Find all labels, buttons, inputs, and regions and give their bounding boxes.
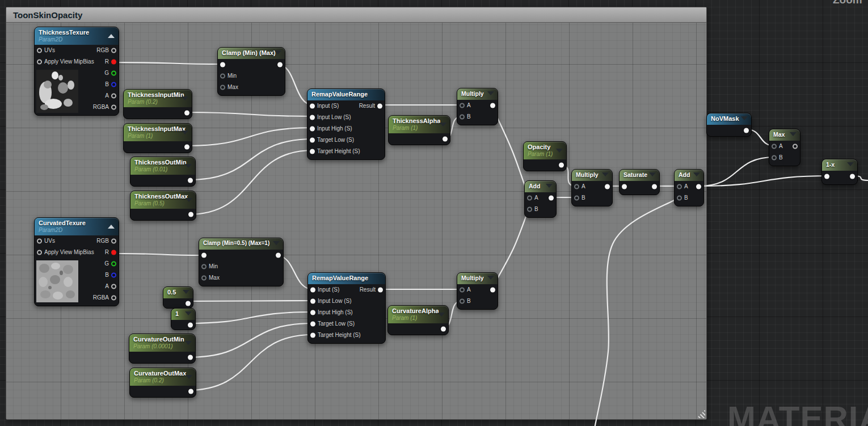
input-pin[interactable]: [310, 104, 315, 109]
output-pin[interactable]: [188, 355, 193, 360]
node-thickness-alpha[interactable]: ThicknessAlphaParam (1): [388, 115, 450, 145]
input-pin[interactable]: [677, 196, 682, 201]
output-pin[interactable]: [111, 296, 116, 301]
node-multiply-curvature[interactable]: MultiplyAB: [457, 272, 498, 310]
node-remap-value-range-thickness[interactable]: RemapValueRangeInput (S)ResultInput Low …: [307, 88, 385, 160]
output-pin[interactable]: [605, 184, 610, 189]
chevron-down-icon[interactable]: [693, 172, 700, 176]
chevron-down-icon[interactable]: [186, 198, 192, 202]
input-pin[interactable]: [527, 207, 532, 212]
input-pin[interactable]: [310, 149, 315, 154]
chevron-down-icon[interactable]: [182, 96, 188, 100]
input-pin[interactable]: [310, 310, 315, 315]
input-pin[interactable]: [310, 333, 315, 338]
chevron-down-icon[interactable]: [487, 276, 494, 280]
output-pin[interactable]: [793, 144, 798, 149]
output-pin[interactable]: [111, 60, 116, 65]
input-pin[interactable]: [772, 144, 777, 149]
chevron-down-icon[interactable]: [546, 184, 553, 188]
output-pin[interactable]: [111, 105, 116, 110]
chevron-down-icon[interactable]: [273, 241, 280, 245]
collapse-icon[interactable]: [108, 225, 115, 229]
node-add-combine[interactable]: AddAB: [524, 180, 557, 218]
output-pin[interactable]: [188, 322, 193, 327]
output-pin[interactable]: [850, 174, 855, 179]
output-pin[interactable]: [443, 137, 448, 142]
output-pin[interactable]: [111, 94, 116, 99]
chevron-down-icon[interactable]: [182, 130, 188, 134]
input-pin[interactable]: [310, 138, 315, 143]
output-pin[interactable]: [111, 284, 116, 289]
node-opacity-param[interactable]: OpacityParam (1): [523, 141, 567, 171]
node-const-0-5[interactable]: 0.5: [163, 286, 193, 309]
input-pin[interactable]: [677, 184, 682, 189]
node-add-final[interactable]: AddAB: [674, 169, 704, 206]
chevron-down-icon[interactable]: [556, 149, 563, 153]
collapse-icon[interactable]: [108, 34, 115, 38]
output-pin[interactable]: [111, 239, 116, 244]
input-pin[interactable]: [460, 115, 465, 120]
node-saturate[interactable]: Saturate: [619, 169, 660, 195]
output-pin[interactable]: [276, 253, 281, 258]
chevron-down-icon[interactable]: [847, 162, 854, 166]
node-thickness-input-min[interactable]: ThicknessInputMinParam (0.2): [123, 89, 192, 119]
output-pin[interactable]: [441, 327, 446, 332]
output-pin[interactable]: [184, 145, 189, 150]
chevron-down-icon[interactable]: [438, 313, 445, 317]
node-const-1[interactable]: 1: [171, 308, 196, 330]
input-pin[interactable]: [527, 196, 532, 201]
input-pin[interactable]: [220, 74, 225, 79]
chevron-down-icon[interactable]: [741, 116, 748, 120]
input-pin[interactable]: [37, 239, 42, 244]
input-pin[interactable]: [201, 276, 207, 281]
output-pin[interactable]: [111, 48, 116, 53]
input-pin[interactable]: [310, 115, 315, 120]
node-thickness-texture[interactable]: ThicknessTexureParam2DUVsRGBApply View M…: [34, 27, 119, 116]
input-pin[interactable]: [574, 196, 579, 201]
chevron-down-icon[interactable]: [185, 164, 192, 168]
node-curvature-alpha[interactable]: CurvatureAlphaParam (1): [387, 305, 449, 335]
output-pin[interactable]: [111, 71, 116, 76]
chevron-down-icon[interactable]: [183, 290, 189, 294]
chevron-down-icon[interactable]: [186, 375, 192, 379]
input-pin[interactable]: [772, 155, 777, 161]
input-pin[interactable]: [220, 62, 225, 68]
output-pin[interactable]: [188, 178, 193, 183]
output-pin[interactable]: [490, 288, 495, 293]
input-pin[interactable]: [574, 184, 579, 189]
input-pin[interactable]: [201, 264, 207, 269]
output-pin[interactable]: [111, 82, 116, 87]
output-pin[interactable]: [549, 196, 554, 201]
input-pin[interactable]: [220, 85, 225, 90]
output-pin[interactable]: [490, 103, 495, 108]
output-pin[interactable]: [744, 128, 749, 133]
output-pin[interactable]: [111, 273, 116, 278]
input-pin[interactable]: [310, 299, 315, 304]
output-pin[interactable]: [111, 261, 116, 267]
node-novmask[interactable]: NoVMask: [706, 113, 752, 137]
output-pin[interactable]: [186, 301, 191, 306]
node-curvated-texture[interactable]: CurvatedTexureParam2DUVsRGBApply View Mi…: [34, 217, 119, 306]
input-pin[interactable]: [310, 288, 315, 293]
output-pin[interactable]: [696, 184, 701, 189]
input-pin[interactable]: [310, 322, 315, 327]
output-pin[interactable]: [559, 163, 564, 168]
input-pin[interactable]: [37, 48, 42, 53]
input-pin[interactable]: [460, 288, 465, 293]
chevron-down-icon[interactable]: [185, 341, 192, 345]
chevron-down-icon[interactable]: [487, 91, 494, 95]
output-pin[interactable]: [378, 288, 383, 293]
chevron-down-icon[interactable]: [790, 132, 797, 136]
node-remap-value-range-curvature[interactable]: RemapValueRangeInput (S)ResultInput Low …: [307, 272, 386, 344]
output-pin[interactable]: [111, 250, 116, 255]
node-multiply-thickness[interactable]: MultiplyAB: [457, 88, 498, 125]
input-pin[interactable]: [201, 253, 207, 258]
output-pin[interactable]: [377, 104, 382, 109]
chevron-down-icon[interactable]: [275, 50, 281, 54]
input-pin[interactable]: [824, 174, 829, 179]
input-pin[interactable]: [460, 103, 465, 108]
input-pin[interactable]: [310, 126, 315, 132]
node-thickness-out-min[interactable]: ThicknessOutMinParam (0.01): [130, 157, 196, 187]
node-multiply-opacity[interactable]: MultiplyAB: [571, 169, 613, 206]
input-pin[interactable]: [622, 184, 627, 189]
